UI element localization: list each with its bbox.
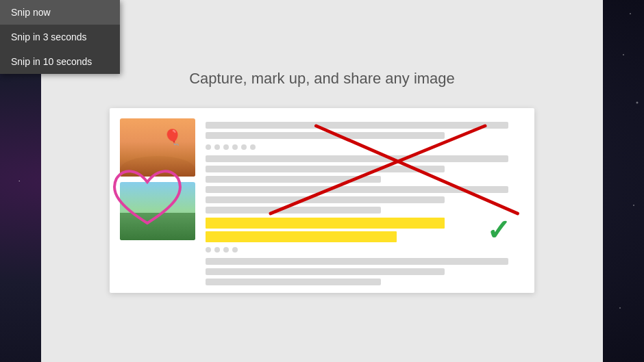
content-line (206, 132, 445, 139)
dot (232, 247, 238, 253)
menu-item-snip-now[interactable]: Snip now (0, 0, 120, 25)
content-line (206, 166, 445, 172)
dot (223, 144, 229, 150)
content-line (206, 279, 381, 285)
content-line (206, 176, 381, 183)
content-line (206, 155, 508, 162)
dropdown-menu: Snip now Snip in 3 seconds Snip in 10 se… (0, 0, 120, 74)
dot (250, 144, 256, 150)
content-line (206, 207, 381, 214)
main-content-area: Capture, mark up, and share any image (41, 0, 603, 362)
caption-text: Capture, mark up, and share any image (189, 70, 455, 88)
thumbnail-forest (120, 182, 195, 240)
dot (241, 144, 247, 150)
dot (223, 247, 229, 253)
content-line (206, 122, 508, 129)
content-line (206, 186, 508, 193)
highlight-bar-1 (206, 218, 445, 229)
dot (232, 144, 238, 150)
preview-card: ✓ (110, 108, 534, 293)
green-checkmark: ✓ (486, 216, 510, 245)
menu-item-snip-10-seconds[interactable]: Snip in 10 seconds (0, 49, 120, 74)
content-line (206, 268, 445, 275)
dots-row-2 (206, 247, 524, 253)
dots-row (206, 144, 524, 150)
menu-item-snip-3-seconds[interactable]: Snip in 3 seconds (0, 25, 120, 49)
dot (214, 247, 220, 253)
dot (206, 247, 211, 253)
content-lines: ✓ (206, 118, 524, 283)
thumbnail-landscape (120, 118, 195, 177)
thumbnails-column (120, 118, 195, 283)
content-line (206, 196, 445, 203)
dot (206, 144, 211, 150)
highlight-bar-2 (206, 231, 397, 242)
content-line (206, 258, 508, 265)
dot (214, 144, 220, 150)
